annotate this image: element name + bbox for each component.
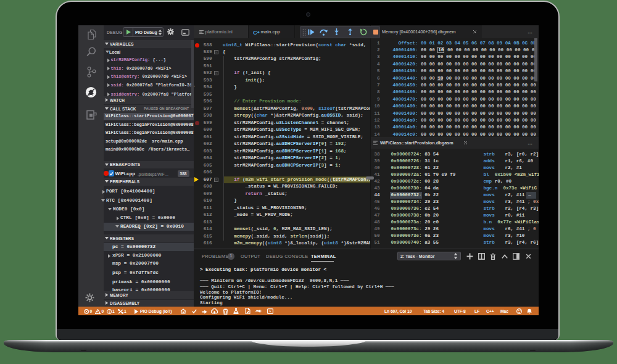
svg-text:C: C [253, 29, 257, 36]
